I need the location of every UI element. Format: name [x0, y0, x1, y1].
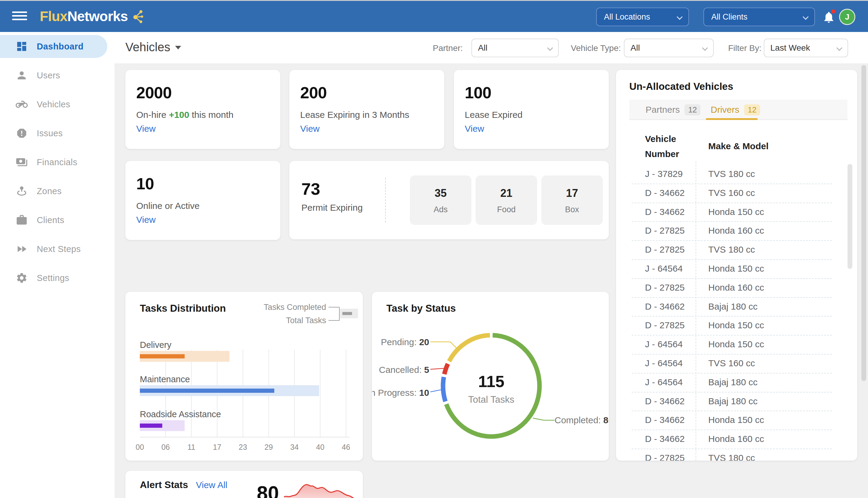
svg-text:34: 34	[290, 443, 299, 451]
vehicle-row[interactable]: D - 34662Bajaj 180 cc	[616, 392, 857, 411]
vehicle-make-model: Honda 160 cc	[708, 283, 764, 293]
stat-label: Online or Active	[136, 201, 200, 211]
vehicle-row[interactable]: D - 34662Honda 160 cc	[616, 430, 857, 448]
vehicle-row[interactable]: D - 27825Honda 150 cc	[616, 316, 857, 335]
clients-select[interactable]: All Clients	[704, 8, 815, 26]
vehicle-number: D - 27825	[645, 225, 685, 236]
svg-text:40: 40	[316, 443, 324, 451]
view-link[interactable]: View	[300, 123, 319, 134]
brand-logo: FluxNetworks	[40, 8, 145, 24]
vehicle-row[interactable]: D - 27825TVS 180 cc	[616, 448, 857, 461]
vehicle-row[interactable]: D - 27825TVS 180 cc	[616, 240, 857, 259]
window-scrollbar[interactable]	[862, 65, 866, 381]
view-link[interactable]: View	[136, 123, 156, 134]
permit-expiring-card: 73 Permit Expiring 35Ads21Food17Box	[289, 161, 609, 239]
vehicle-number: J - 64564	[645, 377, 683, 388]
panel-scrollbar[interactable]	[847, 164, 852, 269]
permit-expiring-value: 73	[302, 179, 320, 199]
menu-icon[interactable]	[12, 11, 27, 21]
svg-text:06: 06	[162, 443, 170, 451]
notification-dot	[831, 9, 836, 14]
sidebar-item-zones[interactable]: Zones	[0, 180, 107, 202]
sidebar-item-label: Zones	[37, 186, 62, 196]
vehicle-number: J - 64564	[645, 358, 683, 368]
stat-value: 100	[465, 83, 491, 102]
view-link[interactable]: View	[465, 123, 484, 134]
vehicle-make-model: TVS 180 cc	[708, 169, 755, 179]
vehicle-number: J - 64564	[645, 263, 683, 274]
vehicle-make-model: Honda 160 cc	[708, 225, 764, 236]
sidebar-item-clients[interactable]: Clients	[0, 209, 107, 232]
network-icon	[131, 10, 145, 24]
briefcase-icon	[16, 214, 28, 226]
locations-select[interactable]: All Locations	[596, 8, 689, 26]
vehicle-row[interactable]: J - 64564Honda 150 cc	[616, 259, 857, 278]
vehicle-make-model: Honda 160 cc	[708, 434, 764, 444]
user-icon	[16, 69, 28, 81]
stat-card-1: 200Lease Expiring in 3 MonthsView	[289, 70, 444, 149]
vehicle-make-model: Honda 150 cc	[708, 339, 764, 349]
filter-label: Partner:	[433, 43, 463, 53]
svg-text:11: 11	[187, 443, 195, 451]
svg-text:23: 23	[239, 443, 247, 451]
vehicle-row[interactable]: D - 34662Honda 150 cc	[616, 202, 857, 222]
vehicle-row[interactable]: D - 34662Honda 150 cc	[616, 410, 857, 430]
vehicle-row[interactable]: J - 37829TVS 180 cc	[616, 165, 857, 184]
sidebar-item-label: Settings	[37, 273, 69, 283]
vehicle-row[interactable]: D - 27825Honda 160 cc	[616, 221, 857, 240]
vehicle-row[interactable]: J - 64564TVS 160 cc	[616, 354, 857, 373]
permit-box-value: 17	[541, 187, 603, 199]
sidebar-item-next-steps[interactable]: Next Steps	[0, 238, 107, 260]
filter-select-vehicle-type[interactable]: All	[624, 39, 714, 57]
sidebar-item-users[interactable]: Users	[0, 64, 107, 87]
svg-text:17: 17	[213, 443, 222, 451]
unallocated-vehicles-panel: Un-Allocated Vehicles Partners12Drivers1…	[616, 70, 857, 461]
sidebar-item-financials[interactable]: Financials	[0, 151, 107, 174]
vehicle-number: D - 34662	[645, 188, 685, 198]
svg-text:Total Tasks: Total Tasks	[286, 316, 326, 325]
view-link[interactable]: View	[136, 215, 156, 225]
sidebar-item-dashboard[interactable]: Dashboard	[0, 35, 107, 58]
stat-card-0: 2000On-hire +100 this monthView	[125, 70, 280, 149]
page-header: Vehicles Partner:AllVehicle Type:AllFilt…	[115, 32, 868, 63]
sidebar-item-label: Vehicles	[37, 100, 70, 109]
vehicle-make-model: TVS 160 cc	[708, 358, 755, 368]
vehicle-row[interactable]: D - 34662TVS 160 cc	[616, 184, 857, 202]
task-by-status-title: Task by Status	[386, 303, 456, 314]
alert-view-all-link[interactable]: View All	[196, 480, 228, 490]
vehicle-number: J - 37829	[645, 169, 683, 179]
sidebar-item-issues[interactable]: Issues	[0, 122, 107, 145]
filter-select-partner[interactable]: All	[471, 39, 559, 57]
money-icon	[16, 156, 28, 168]
avatar[interactable]: J	[839, 9, 855, 25]
divider	[385, 178, 386, 222]
alert-stats-value: 80	[257, 482, 279, 498]
donut-callout-in-progress: In Progress: 10	[372, 388, 429, 398]
chevron-down-icon	[836, 45, 842, 51]
vehicle-row[interactable]: D - 27825Honda 160 cc	[616, 278, 857, 297]
svg-text:Maintenance: Maintenance	[140, 375, 190, 384]
notifications-bell-icon[interactable]	[822, 10, 837, 24]
tab-drivers[interactable]: Drivers12	[711, 100, 760, 120]
filter-label: Vehicle Type:	[571, 43, 621, 53]
vehicle-row[interactable]: D - 34662Bajaj 180 cc	[616, 297, 857, 316]
sidebar-item-vehicles[interactable]: Vehicles	[0, 93, 107, 116]
filter-select-filter-by[interactable]: Last Week	[764, 39, 848, 57]
stat-card-3: 10Online or ActiveView	[125, 161, 280, 240]
stat-label: On-hire +100 this month	[136, 110, 233, 120]
permit-box-label: Food	[476, 205, 537, 214]
vehicle-row[interactable]: J - 64564Honda 150 cc	[616, 335, 857, 354]
sidebar-item-settings[interactable]: Settings	[0, 266, 107, 289]
page-title[interactable]: Vehicles	[125, 40, 181, 54]
vehicle-make-model: TVS 160 cc	[708, 188, 755, 198]
permit-box-label: Box	[541, 205, 603, 214]
vehicle-make-model: Honda 150 cc	[708, 263, 764, 274]
alert-stats-card: Alert Stats View All 80	[125, 471, 363, 498]
vehicle-make-model: Honda 150 cc	[708, 207, 764, 217]
sidebar-item-label: Dashboard	[37, 42, 83, 52]
donut-callout-pending: Pending: 20	[381, 337, 429, 347]
permit-expiring-label: Permit Expiring	[302, 202, 363, 213]
vehicle-make-model: Bajaj 180 cc	[708, 396, 757, 406]
vehicle-row[interactable]: J - 64564Bajaj 180 cc	[616, 373, 857, 392]
tab-partners[interactable]: Partners12	[645, 100, 700, 120]
